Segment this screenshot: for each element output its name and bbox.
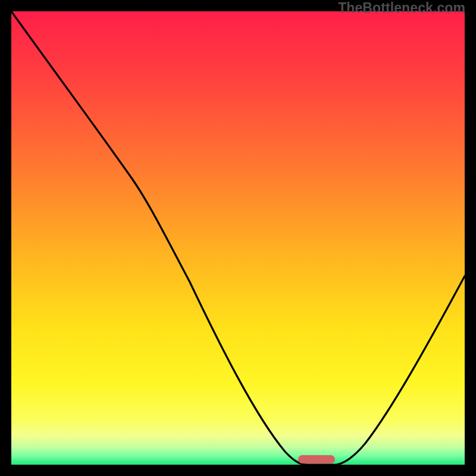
curve-path: [11, 11, 465, 465]
bottleneck-curve: [11, 11, 465, 465]
chart-container: TheBottleneck.com: [0, 0, 476, 476]
optimal-marker: [298, 455, 335, 464]
watermark: TheBottleneck.com: [338, 0, 465, 16]
